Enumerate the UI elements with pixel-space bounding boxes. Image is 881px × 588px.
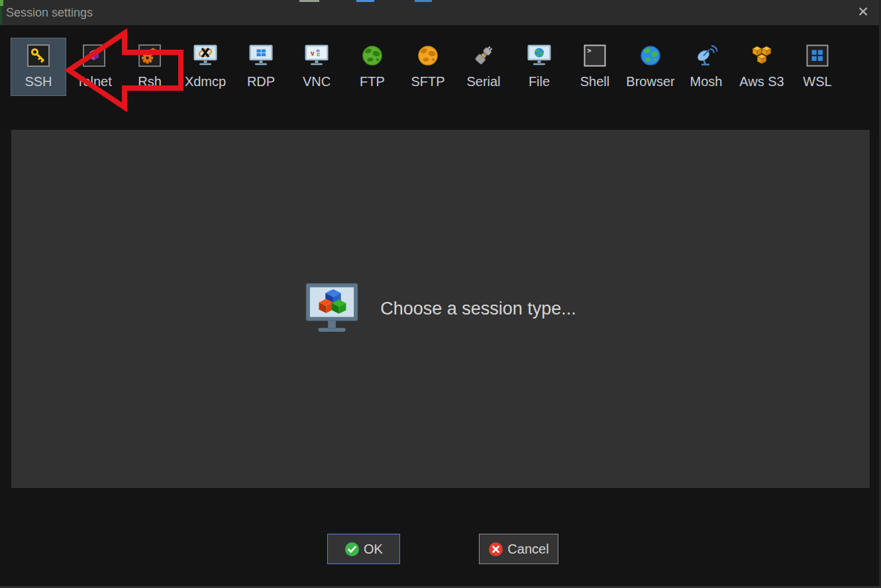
- aws-cubes-icon: [751, 38, 773, 73]
- session-type-telnet[interactable]: Telnet: [66, 38, 122, 96]
- session-type-label: SSH: [25, 73, 52, 90]
- session-type-label: Telnet: [76, 73, 111, 90]
- background-window-fragment: [0, 0, 3, 6]
- session-type-rdp[interactable]: RDP: [233, 38, 289, 96]
- session-type-label: WSL: [803, 73, 831, 90]
- titlebar: Session settings ✕: [0, 0, 881, 25]
- cancel-button[interactable]: Cancel: [479, 534, 558, 564]
- background-window-fragment: [415, 0, 432, 2]
- session-type-file[interactable]: File: [511, 38, 567, 96]
- session-type-vnc[interactable]: v n c VNC: [289, 38, 344, 96]
- session-type-label: SFTP: [411, 73, 444, 90]
- cancel-button-label: Cancel: [507, 542, 548, 557]
- vnc-monitor-icon: v n c: [303, 38, 330, 73]
- session-panel: Choose a session type...: [11, 130, 870, 488]
- svg-text:>: >: [588, 47, 592, 54]
- session-type-label: Serial: [466, 73, 500, 90]
- session-type-label: VNC: [303, 73, 331, 90]
- ok-check-icon: [344, 542, 360, 557]
- blue-globe-icon: [640, 38, 661, 73]
- session-type-label: File: [529, 73, 550, 90]
- green-globe-icon: [362, 38, 383, 73]
- session-type-label: Aws S3: [739, 73, 784, 90]
- session-type-aws-s3[interactable]: Aws S3: [734, 38, 790, 96]
- windows-logo-icon: [806, 38, 829, 73]
- close-icon[interactable]: ✕: [851, 1, 876, 23]
- terminal-icon: >: [584, 38, 606, 73]
- ok-button[interactable]: OK: [327, 534, 400, 564]
- session-type-label: Browser: [626, 73, 674, 90]
- cancel-x-icon: [488, 542, 503, 557]
- background-window-fragment: [299, 0, 319, 2]
- session-type-label: Mosh: [690, 73, 723, 90]
- gears-icon: [138, 38, 161, 73]
- plug-icon: [472, 38, 495, 73]
- session-type-ftp[interactable]: FTP: [344, 38, 400, 96]
- svg-text:v: v: [311, 50, 315, 57]
- session-type-serial[interactable]: Serial: [456, 38, 511, 96]
- session-settings-dialog: Session settings ✕ SSH: [0, 0, 881, 588]
- session-type-mosh[interactable]: Mosh: [678, 38, 734, 96]
- session-monitor-icon: [305, 283, 359, 336]
- session-type-label: Shell: [580, 73, 609, 90]
- session-type-xdmcp[interactable]: Xdmcp: [178, 38, 233, 96]
- session-type-ssh[interactable]: SSH: [11, 38, 66, 96]
- purple-cube-icon: [83, 38, 105, 73]
- session-type-shell[interactable]: > Shell: [567, 38, 623, 96]
- svg-text:c: c: [317, 50, 320, 58]
- dialog-title: Session settings: [6, 0, 93, 25]
- orange-globe-icon: [417, 38, 439, 73]
- choose-session-message: Choose a session type...: [380, 299, 576, 319]
- session-type-toolbar: SSH Telnet: [0, 25, 881, 130]
- session-type-label: Xdmcp: [185, 73, 226, 90]
- session-type-sftp[interactable]: SFTP: [400, 38, 456, 96]
- background-window-fragment: [0, 6, 2, 24]
- session-type-label: RDP: [247, 73, 275, 90]
- key-icon: [27, 38, 50, 73]
- globe-monitor-icon: [526, 38, 552, 73]
- session-type-label: Rsh: [138, 73, 162, 90]
- session-type-browser[interactable]: Browser: [623, 38, 678, 96]
- session-type-rsh[interactable]: Rsh: [122, 38, 178, 96]
- x11-monitor-icon: [192, 38, 219, 73]
- windows-monitor-icon: [248, 38, 274, 73]
- session-type-label: FTP: [360, 73, 385, 90]
- satellite-dish-icon: [695, 38, 717, 73]
- background-window-fragment: [356, 0, 374, 2]
- ok-button-label: OK: [364, 542, 383, 557]
- session-type-wsl[interactable]: WSL: [790, 38, 845, 96]
